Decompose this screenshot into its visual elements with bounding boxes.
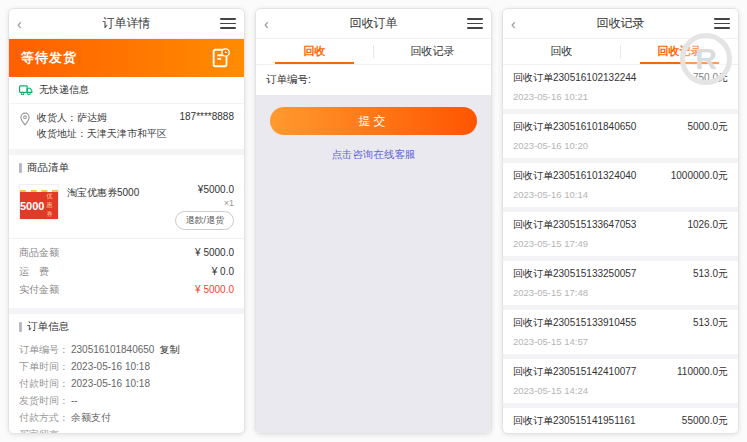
records-list: 回收订单230516102132244750.0元 2023-05-16 10:… — [503, 65, 738, 433]
record-amount: 55000.0元 — [682, 414, 728, 428]
coupon-value-band: 5000 优惠券 — [20, 192, 58, 219]
tab-recycle-records[interactable]: 回收记录 — [621, 39, 738, 64]
product-row[interactable]: 5000 优惠券 淘宝优惠券5000 ¥5000.0 ×1 退款/退货 — [9, 178, 244, 239]
refund-return-button[interactable]: 退款/退货 — [175, 211, 234, 230]
record-time: 2023-05-15 14:24 — [513, 385, 728, 396]
info-row-pay-method: 付款方式： 余额支付 — [19, 409, 234, 426]
section-bar — [19, 322, 22, 332]
record-time: 2023-05-16 10:14 — [513, 189, 728, 200]
goods-section-title: 商品清单 — [9, 155, 244, 178]
total-row-shipping: 运 费 ¥ 0.0 — [19, 263, 234, 282]
clipboard-clock-icon — [210, 47, 232, 69]
record-title: 回收订单230516101840650 — [513, 120, 636, 134]
copy-button[interactable]: 复制 — [159, 341, 179, 358]
express-info-row[interactable]: 无快递信息 — [9, 77, 244, 104]
record-amount: 513.0元 — [693, 267, 728, 281]
page-title: 回收订单 — [280, 15, 467, 32]
location-pin-icon — [19, 112, 31, 126]
info-row-ship-time: 发货时间： -- — [19, 392, 234, 409]
record-item[interactable]: 回收订单230516102132244750.0元 2023-05-16 10:… — [503, 65, 738, 109]
navbar: ‹ 订单详情 — [9, 9, 244, 39]
truck-icon — [19, 84, 33, 96]
record-title: 回收订单230515142410077 — [513, 365, 636, 379]
record-amount: 750.0元 — [693, 71, 728, 85]
product-qty: ×1 — [224, 198, 234, 208]
paid-amount: ¥ 5000.0 — [195, 281, 234, 300]
record-item[interactable]: 回收订单230515133250057513.0元 2023-05-15 17:… — [503, 261, 738, 305]
record-title: 回收订单230515133647053 — [513, 218, 636, 232]
order-no-label: 订单编号: — [266, 73, 311, 87]
record-item[interactable]: 回收订单2305161013240401000000.0元 2023-05-16… — [503, 163, 738, 207]
navbar: ‹ 回收订单 — [256, 9, 491, 39]
navbar: ‹ 回收记录 — [503, 9, 738, 39]
tab-recycle[interactable]: 回收 — [503, 39, 620, 64]
menu-icon[interactable] — [714, 18, 730, 29]
address-text: 收货地址：天津天津市和平区 — [37, 126, 174, 142]
order-status-banner: 等待发货 — [9, 39, 244, 77]
record-amount: 513.0元 — [693, 316, 728, 330]
record-title: 回收订单230515133250057 — [513, 267, 636, 281]
back-icon[interactable]: ‹ — [264, 17, 280, 31]
screen-recycle-records: R ‹ 回收记录 回收 回收记录 回收订单230516102132244750.… — [502, 8, 739, 434]
address-lines: 收货人：萨达姆 收货地址：天津天津市和平区 — [37, 110, 174, 141]
product-price: ¥5000.0 — [198, 184, 234, 195]
tab-bar: 回收 回收记录 — [503, 39, 738, 65]
record-title: 回收订单230515133910455 — [513, 316, 636, 330]
back-icon[interactable]: ‹ — [511, 17, 527, 31]
record-time: 2023-05-15 17:49 — [513, 238, 728, 249]
page-title: 回收记录 — [527, 15, 714, 32]
order-no-input[interactable] — [317, 74, 481, 86]
record-amount: 110000.0元 — [677, 365, 728, 379]
info-row-paid-time: 付款时间： 2023-05-16 10:18 — [19, 375, 234, 392]
receiver-text: 收货人：萨达姆 — [37, 110, 174, 126]
total-row-goods: 商品金额 ¥ 5000.0 — [19, 244, 234, 263]
screens-row: ‹ 订单详情 等待发货 无快递信息 — [0, 0, 747, 442]
back-icon[interactable]: ‹ — [17, 17, 33, 31]
record-amount: 1000000.0元 — [671, 169, 728, 183]
record-item[interactable]: 回收订单2305151336470531026.0元 2023-05-15 17… — [503, 212, 738, 256]
screen-order-detail: ‹ 订单详情 等待发货 无快递信息 — [8, 8, 245, 434]
record-amount: 5000.0元 — [687, 120, 728, 134]
record-item[interactable]: 回收订单23051514195116155000.0元 2023-05-15 1… — [503, 408, 738, 433]
status-text: 等待发货 — [21, 49, 77, 67]
info-row-order-no: 订单编号： 230516101840650 复制 — [19, 341, 234, 358]
info-row-buyer-note: 买家留言： — [19, 426, 234, 435]
form-body: 提交 点击咨询在线客服 — [256, 95, 491, 433]
express-text: 无快递信息 — [39, 83, 89, 97]
record-item[interactable]: 回收订单2305161018406505000.0元 2023-05-16 10… — [503, 114, 738, 158]
product-meta: ¥5000.0 ×1 退款/退货 — [175, 184, 234, 230]
coupon-ticket-top — [20, 185, 58, 192]
record-time: 2023-05-16 10:20 — [513, 140, 728, 151]
record-title: 回收订单230515141951161 — [513, 414, 636, 428]
record-amount: 1026.0元 — [687, 218, 728, 232]
menu-icon[interactable] — [220, 18, 236, 29]
order-info-rows: 订单编号： 230516101840650 复制 下单时间： 2023-05-1… — [9, 337, 244, 435]
tab-recycle[interactable]: 回收 — [256, 39, 373, 64]
record-item[interactable]: 回收订单230515142410077110000.0元 2023-05-15 … — [503, 359, 738, 403]
section-bar — [19, 163, 22, 173]
page-title: 订单详情 — [33, 15, 220, 32]
address-row[interactable]: 收货人：萨达姆 收货地址：天津天津市和平区 187****8888 — [9, 104, 244, 149]
menu-icon[interactable] — [467, 18, 483, 29]
coupon-value: 5000 — [20, 200, 44, 212]
coupon-caption: 优惠券 — [46, 192, 58, 219]
record-title: 回收订单230516102132244 — [513, 71, 636, 85]
record-item[interactable]: 回收订单230515133910455513.0元 2023-05-15 14:… — [503, 310, 738, 354]
record-time: 2023-05-15 14:57 — [513, 336, 728, 347]
tab-recycle-records[interactable]: 回收记录 — [374, 39, 491, 64]
submit-button[interactable]: 提交 — [270, 107, 477, 135]
record-title: 回收订单230516101324040 — [513, 169, 636, 183]
order-totals: 商品金额 ¥ 5000.0 运 费 ¥ 0.0 实付金额 ¥ 5000.0 — [9, 239, 244, 308]
order-no-form-row: 订单编号: — [256, 65, 491, 95]
receiver-phone: 187****8888 — [180, 110, 235, 122]
tab-bar: 回收 回收记录 — [256, 39, 491, 65]
screen-recycle-order: ‹ 回收订单 回收 回收记录 订单编号: 提交 点击咨询在线客服 — [255, 8, 492, 434]
info-row-created: 下单时间： 2023-05-16 10:18 — [19, 358, 234, 375]
total-row-paid: 实付金额 ¥ 5000.0 — [19, 281, 234, 300]
online-service-link[interactable]: 点击咨询在线客服 — [332, 148, 416, 162]
record-time: 2023-05-16 10:21 — [513, 91, 728, 102]
record-time: 2023-05-15 17:48 — [513, 287, 728, 298]
product-thumbnail: 5000 优惠券 — [19, 184, 59, 220]
order-number: 230516101840650 — [71, 341, 154, 358]
product-name: 淘宝优惠券5000 — [67, 184, 167, 230]
